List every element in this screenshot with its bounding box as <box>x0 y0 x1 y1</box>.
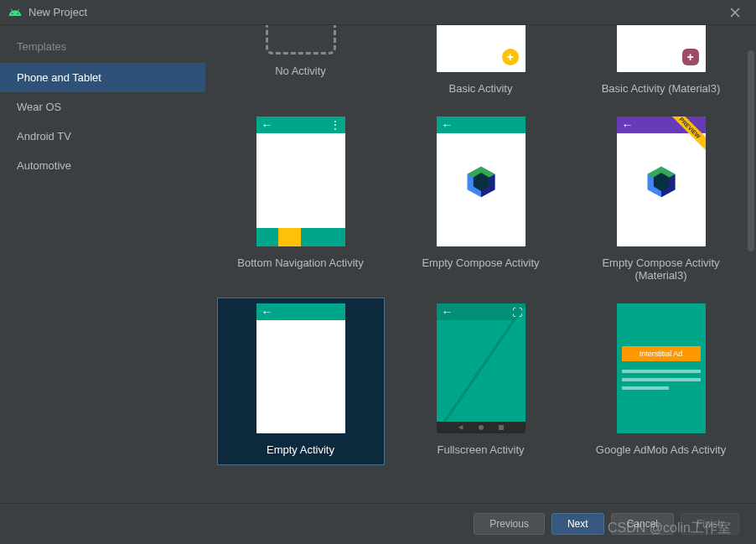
template-label: Basic Activity <box>449 82 513 95</box>
preview-compose-m3: ← PREVIEW <box>617 117 706 246</box>
scrollbar[interactable] <box>748 50 754 251</box>
cancel-button[interactable]: Cancel <box>611 513 674 535</box>
sidebar-item-phone-tablet[interactable]: Phone and Tablet <box>0 63 205 92</box>
close-button[interactable] <box>722 0 748 25</box>
sidebar: Templates Phone and Tablet Wear OS Andro… <box>0 25 205 503</box>
sidebar-item-wear-os[interactable]: Wear OS <box>0 92 205 122</box>
main-content: Templates Phone and Tablet Wear OS Andro… <box>0 25 756 503</box>
preview-no-activity <box>266 25 336 54</box>
template-no-activity[interactable]: No Activity <box>217 25 385 104</box>
templates-grid: No Activity + Basic Activity + Basic Act… <box>214 25 748 465</box>
fab-icon: + <box>502 49 519 65</box>
template-fullscreen[interactable]: ← ⛶ Fullscreen Activity <box>397 298 565 465</box>
preview-basic: + <box>437 25 526 72</box>
template-admob[interactable]: Interstitial Ad Google AdMob Ads Activit… <box>577 298 745 465</box>
system-nav-bar <box>437 422 526 433</box>
template-label: Basic Activity (Material3) <box>602 82 721 95</box>
template-label: Empty Compose Activity <box>422 256 539 269</box>
template-label: Empty Activity <box>267 443 334 456</box>
preview-empty: ← <box>256 303 345 433</box>
app-bar: ← ⋮ <box>256 117 345 133</box>
back-arrow-icon: ← <box>261 305 273 319</box>
window-title: New Project <box>28 6 87 18</box>
template-label: Fullscreen Activity <box>437 443 524 456</box>
back-arrow-icon: ← <box>442 118 453 132</box>
bottom-nav-bar <box>256 228 345 246</box>
android-icon <box>8 6 22 19</box>
preview-bottom-nav: ← ⋮ <box>256 117 345 246</box>
compose-logo-icon <box>463 163 500 200</box>
next-button[interactable]: Next <box>551 513 604 535</box>
back-arrow-icon: ← <box>261 118 273 132</box>
template-label: Bottom Navigation Activity <box>237 256 363 269</box>
template-label: No Activity <box>275 65 326 77</box>
template-basic-activity-m3[interactable]: + Basic Activity (Material3) <box>577 25 745 104</box>
template-empty-compose[interactable]: ← Empty Compose Activity <box>397 111 565 291</box>
sidebar-header: Templates <box>0 40 205 63</box>
preview-admob: Interstitial Ad <box>617 303 706 433</box>
templates-area[interactable]: No Activity + Basic Activity + Basic Act… <box>205 25 756 503</box>
back-arrow-icon: ← <box>622 118 634 132</box>
footer: Previous Next Cancel Finish <box>0 503 756 544</box>
template-label: Google AdMob Ads Activity <box>596 443 726 456</box>
template-label: Empty Compose Activity (Material3) <box>583 256 739 282</box>
template-empty-compose-m3[interactable]: ← PREVIEW Empty Compose Activity (Materi… <box>577 111 745 291</box>
preview-basic-m3: + <box>617 25 706 72</box>
compose-logo-icon <box>643 163 680 200</box>
finish-button: Finish <box>681 513 739 535</box>
template-basic-activity[interactable]: + Basic Activity <box>397 25 565 104</box>
fab-icon: + <box>682 49 699 65</box>
preview-fullscreen: ← ⛶ <box>437 303 526 433</box>
expand-icon: ⛶ <box>512 307 522 319</box>
template-empty-activity[interactable]: ← Empty Activity <box>217 298 385 465</box>
preview-compose: ← <box>437 117 526 246</box>
sidebar-item-automotive[interactable]: Automotive <box>0 151 205 180</box>
close-icon <box>730 8 740 18</box>
ad-label: Interstitial Ad <box>622 346 701 361</box>
title-bar: New Project <box>0 0 756 25</box>
menu-dots-icon: ⋮ <box>330 119 340 131</box>
previous-button[interactable]: Previous <box>474 513 545 535</box>
sidebar-item-android-tv[interactable]: Android TV <box>0 122 205 151</box>
app-bar: ← <box>256 303 345 320</box>
template-bottom-nav[interactable]: ← ⋮ Bottom Navigation Activity <box>217 111 385 291</box>
app-bar: ← <box>437 117 526 133</box>
